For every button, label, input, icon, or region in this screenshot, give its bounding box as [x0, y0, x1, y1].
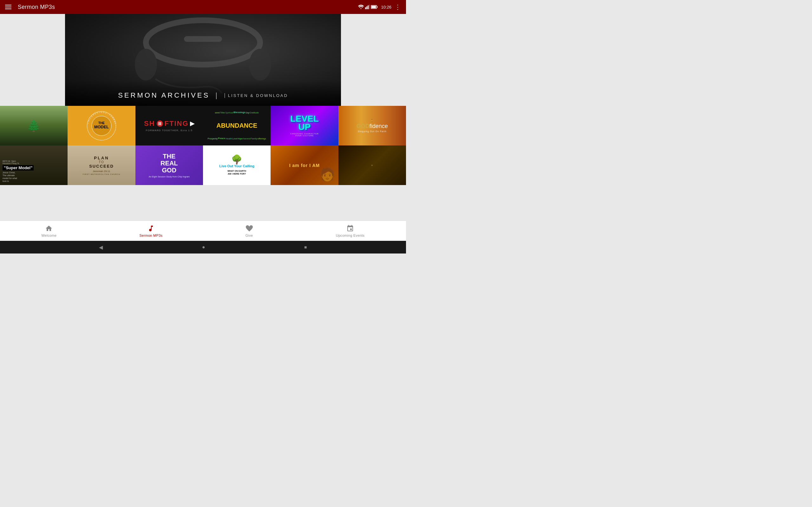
live-calling-subtitle: WHAT ON EARTHAM I HERE FOR? [227, 170, 246, 175]
android-recents-button[interactable]: ■ [304, 245, 307, 250]
super-model-title: "Super Model" [3, 165, 34, 170]
word-tithe: Tithe [220, 111, 225, 114]
live-calling-title: Live Out Your Calling [219, 164, 254, 168]
nav-item-sermons[interactable]: Sermon MP3s [133, 225, 169, 237]
word-joy: Joy [246, 111, 249, 114]
thumbnail-i-am[interactable]: 🧑 I am for I AM [270, 146, 338, 185]
word-blessings: Blessings [234, 111, 246, 114]
nav-item-welcome[interactable]: Welcome [35, 225, 63, 237]
shifting-arrow: ▶ [190, 120, 194, 127]
hero-title: SERMON ARCHIVES [118, 91, 210, 100]
nav-item-give[interactable]: Give [239, 225, 259, 237]
svg-rect-0 [365, 7, 366, 9]
super-model-address: 8870 W. SamHouston Pkwy N. [3, 160, 20, 164]
word-peace: Peace [218, 137, 225, 140]
plan-title: PLAN [94, 156, 109, 160]
thumbnail-the-model[interactable]: CHILDREN>GOD>PARENTS THE MODEL [67, 106, 135, 146]
calendar-icon [346, 225, 354, 232]
nav-label-events: Upcoming Events [336, 233, 365, 237]
svg-point-10 [135, 49, 157, 80]
home-icon [45, 225, 53, 232]
hero-banner[interactable]: SERMON ARCHIVES | LISTEN & DOWNLOAD [65, 14, 341, 106]
thumbnail-plan-succeed[interactable]: PLAN TO SUCCEED Jeremiah 29:11 FIRST MET… [67, 146, 135, 185]
word-gratitude: Gratitude [250, 111, 259, 114]
app-title: Sermon MP3s [18, 4, 55, 10]
shifting-pause-icon [156, 120, 163, 127]
super-model-subtitle: Jesus Christ,The ultimatemodel for whatl… [3, 171, 17, 182]
svg-rect-5 [371, 6, 376, 8]
android-back-button[interactable]: ◀ [99, 244, 103, 250]
battery-icon [371, 5, 378, 9]
godfidence-title: GODfidence [357, 123, 388, 130]
word-prosperity: Prosperity [208, 137, 218, 140]
time-display: 10:26 [381, 5, 392, 9]
nav-label-give: Give [246, 233, 253, 237]
signal-icon [365, 5, 369, 9]
top-bar-right: 10:26 ⋮ [358, 4, 401, 10]
thumbnail-shifting[interactable]: SH FTING ▶ FORWARD TOGETHER, Ezra 1:5 [136, 106, 203, 146]
word-hope: Hope [238, 137, 243, 140]
thumbnail-grid: 🌲 CHILDREN>GOD>PARENTS THE MODEL [0, 106, 406, 185]
android-home-button[interactable]: ● [202, 244, 205, 250]
real-god-title: THEREALGOD [160, 153, 177, 174]
shifting-title-2: FTING [165, 119, 189, 128]
live-calling-tree-icon: 🌳 [231, 155, 242, 164]
thumbnail-extra[interactable]: ✦ [339, 146, 406, 185]
svg-rect-19 [159, 122, 159, 125]
svg-text:MODEL: MODEL [94, 124, 109, 129]
nav-item-events[interactable]: Upcoming Events [329, 225, 371, 237]
word-offerings: offerings [258, 137, 266, 140]
content-area: SERMON ARCHIVES | LISTEN & DOWNLOAD 🌲 [0, 14, 406, 221]
godfidence-subtitle: Stepping Out On Faith [358, 130, 387, 132]
svg-point-7 [146, 20, 260, 65]
word-abundance-big: ABUNDANCE [204, 122, 269, 129]
svg-point-11 [249, 49, 271, 80]
real-god-subtitle: An Eight Session Study from Chip Ingram [149, 176, 190, 178]
android-nav-bar: ◀ ● ■ [0, 241, 406, 253]
shifting-title: SH [144, 119, 155, 128]
thumbnail-level-up[interactable]: LEVELUP CHOOSING CHARACTEROVER CULTURE [270, 106, 338, 146]
more-menu-icon[interactable]: ⋮ [395, 4, 401, 10]
thumbnail-nature[interactable]: 🌲 [0, 106, 67, 146]
svg-rect-12 [184, 36, 222, 42]
godfidence-person: 🧍 [370, 119, 374, 122]
model-circle-svg: CHILDREN>GOD>PARENTS THE MODEL [86, 108, 117, 143]
plan-church: FIRST METROPOLITAN CHURCH [83, 173, 120, 175]
plan-to: TO [99, 160, 104, 164]
svg-rect-20 [160, 122, 161, 125]
svg-rect-1 [366, 6, 367, 9]
thumbnail-abundance[interactable]: seed Tithe Spiritual Blessings Joy Grati… [203, 106, 270, 146]
word-love: Love [232, 137, 237, 140]
thumbnail-super-model[interactable]: 8870 W. SamHouston Pkwy N. "Super Model"… [0, 146, 67, 185]
svg-rect-3 [369, 5, 369, 9]
plan-verse: Jeremiah 29:11 [93, 170, 110, 173]
svg-point-18 [157, 120, 163, 127]
word-spiritual: Spiritual [225, 111, 233, 114]
plan-succeed: SUCCEED [89, 164, 114, 169]
svg-rect-6 [377, 6, 378, 8]
music-note-icon [147, 225, 155, 232]
bottom-nav: Welcome Sermon MP3s Give Upcoming Events [0, 221, 406, 241]
thumbnail-godfidence[interactable]: 🧍 GODfidence Stepping Out On Faith [339, 106, 406, 146]
word-health: Health [225, 137, 232, 140]
level-up-title: LEVELUP [290, 115, 319, 130]
give-icon [246, 225, 253, 232]
hero-subtitle: LISTEN & DOWNLOAD [224, 93, 288, 98]
wifi-icon [358, 5, 364, 9]
status-icons [358, 5, 378, 9]
i-am-title: I am for I AM [289, 163, 320, 168]
svg-rect-2 [368, 5, 368, 9]
word-seed: seed [215, 111, 220, 114]
top-bar: Sermon MP3s 10:26 ⋮ [0, 0, 406, 14]
extra-content: ✦ [371, 164, 373, 167]
word-harvest: harvest [243, 137, 250, 140]
hamburger-icon[interactable] [5, 5, 11, 9]
thumbnail-live-calling[interactable]: 🌳 Live Out Your Calling WHAT ON EARTHAM … [203, 146, 270, 185]
level-up-subtitle: CHOOSING CHARACTEROVER CULTURE [290, 133, 319, 136]
hero-title-group: SERMON ARCHIVES | LISTEN & DOWNLOAD [118, 91, 288, 100]
thumbnail-real-god[interactable]: THEREALGOD An Eight Session Study from C… [136, 146, 203, 185]
top-bar-left: Sermon MP3s [5, 4, 55, 10]
hero-text: SERMON ARCHIVES | LISTEN & DOWNLOAD [118, 91, 288, 100]
nav-label-welcome: Welcome [42, 233, 57, 237]
shifting-subtitle: FORWARD TOGETHER, Ezra 1:5 [146, 129, 193, 132]
